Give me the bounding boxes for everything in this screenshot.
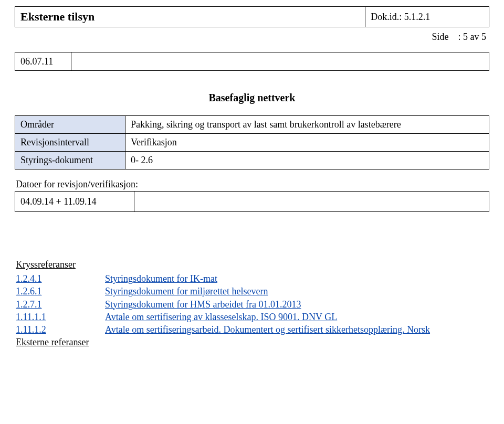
header-title: Eksterne tilsyn <box>15 7 365 27</box>
page-side-indicator: Side : 5 av 5 <box>15 31 486 43</box>
side-label: Side <box>432 31 448 42</box>
header-docid: Dok.id.: 5.1.2.1 <box>365 7 489 27</box>
list-item: 1.2.4.1 Styringsdokument for IK-mat <box>16 272 489 285</box>
prop-value: Pakking, sikring og transport av last sa… <box>125 116 489 134</box>
table-row: Revisjonsintervall Verifikasjon <box>15 134 489 152</box>
list-item: 1.11.1.1 Avtale om sertifisering av klas… <box>16 311 489 323</box>
ref-text-link[interactable]: Styringsdokument for HMS arbeidet fra 01… <box>105 298 301 311</box>
ref-text-link[interactable]: Avtale om sertifisering av klasseselskap… <box>105 311 337 323</box>
prop-label: Styrings-dokument <box>15 152 125 169</box>
list-item: 1.2.6.1 Styringsdokument for miljørettet… <box>16 285 489 298</box>
table-row: Områder Pakking, sikring og transport av… <box>15 116 489 134</box>
list-item: 1.2.7.1 Styringsdokument for HMS arbeide… <box>16 298 489 311</box>
prop-label: Områder <box>15 116 125 134</box>
ref-text-link[interactable]: Styringsdokument for miljørettet helseve… <box>105 285 268 298</box>
dates-table: 04.09.14 + 11.09.14 <box>15 191 489 212</box>
properties-table: Områder Pakking, sikring og transport av… <box>15 115 489 169</box>
ref-number-link[interactable]: 1.2.4.1 <box>16 272 105 285</box>
ref-number-link[interactable]: 1.2.7.1 <box>16 298 105 311</box>
ref-number-link[interactable]: 1.11.1.1 <box>16 311 105 323</box>
small-box: 06.07.11 <box>15 52 489 71</box>
docid-label: Dok.id.: <box>371 12 402 22</box>
dates-left: 04.09.14 + 11.09.14 <box>15 192 134 212</box>
prop-value: Verifikasjon <box>125 134 489 152</box>
ref-number-link[interactable]: 1.2.6.1 <box>16 285 105 298</box>
external-references-heading: Eksterne referanser <box>16 337 489 348</box>
small-box-left: 06.07.11 <box>15 52 71 71</box>
prop-value: 0- 2.6 <box>125 152 489 169</box>
dates-heading: Datoer for revisjon/verifikasjon: <box>16 179 489 190</box>
header-table: Eksterne tilsyn Dok.id.: 5.1.2.1 <box>15 6 489 27</box>
table-row: Styrings-dokument 0- 2.6 <box>15 152 489 169</box>
cross-references-heading: Kryssreferanser <box>16 259 489 270</box>
prop-label: Revisjonsintervall <box>15 134 125 152</box>
dates-right <box>134 192 489 212</box>
ref-number-link[interactable]: 1.11.1.2 <box>16 323 105 336</box>
ref-text-link[interactable]: Avtale om sertifiseringsarbeid. Dokument… <box>105 323 430 336</box>
side-value: : 5 av 5 <box>458 31 487 42</box>
docid-value: 5.1.2.1 <box>404 12 430 22</box>
small-box-right <box>71 52 489 71</box>
section-title: Basefaglig nettverk <box>15 92 489 104</box>
cross-references-list: 1.2.4.1 Styringsdokument for IK-mat 1.2.… <box>16 272 489 336</box>
list-item: 1.11.1.2 Avtale om sertifiseringsarbeid.… <box>16 323 489 336</box>
ref-text-link[interactable]: Styringsdokument for IK-mat <box>105 272 217 285</box>
